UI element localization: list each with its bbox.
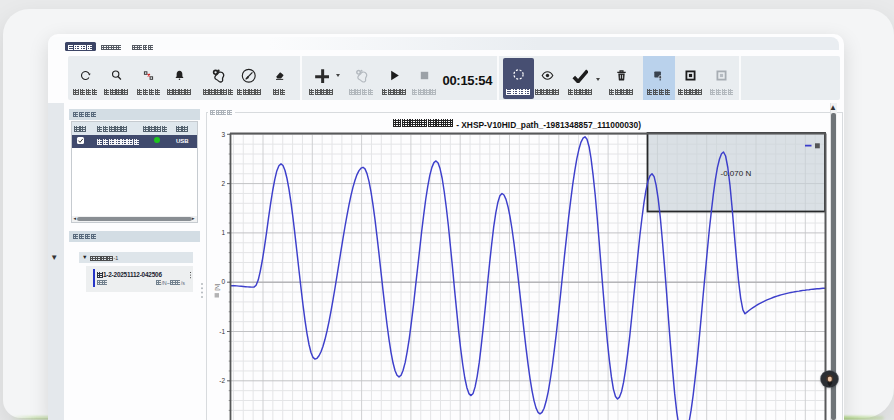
- svg-text:2: 2: [221, 180, 225, 187]
- svg-text:1: 1: [221, 229, 225, 236]
- svg-text:3: 3: [221, 131, 225, 138]
- svg-text:-1: -1: [219, 328, 225, 335]
- svg-text:[N]: [N]: [214, 283, 220, 290]
- svg-text:-0.070 N: -0.070 N: [721, 169, 752, 178]
- svg-text:0: 0: [221, 278, 225, 285]
- svg-text:-2: -2: [219, 377, 225, 384]
